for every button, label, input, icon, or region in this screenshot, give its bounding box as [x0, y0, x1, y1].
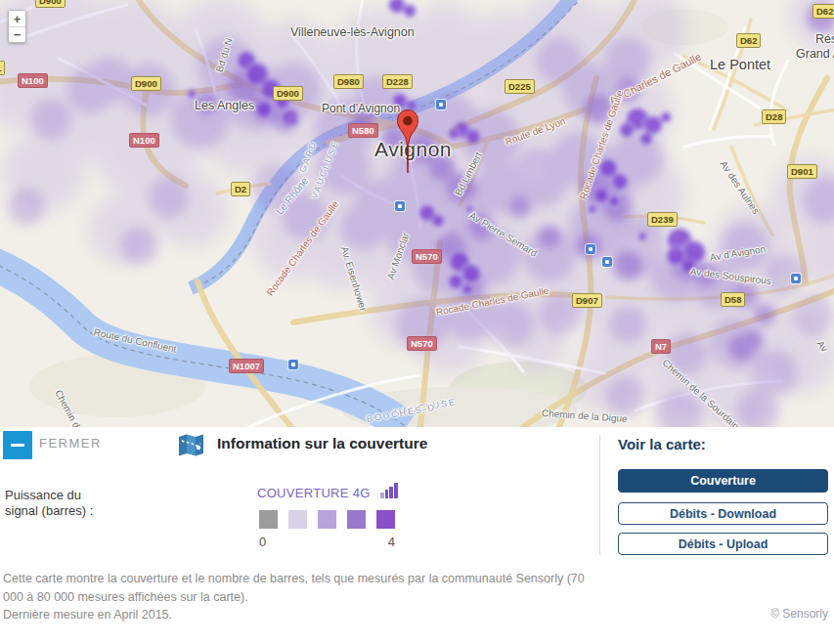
signal-bars-icon — [380, 482, 398, 498]
road-badge-d2: D2 — [231, 182, 250, 196]
town-label-res-partial: Rés — [815, 32, 834, 46]
last-measure-text: Dernière mesure en April 2015. — [3, 606, 604, 624]
road-badge-n570: N570 — [412, 249, 442, 264]
map-canvas[interactable]: Villeneuve-lès-Avignon Les Angles Avigno… — [0, 0, 834, 427]
town-label-villeneuve: Villeneuve-lès-Avignon — [290, 25, 415, 39]
coverage-info-panel: FERMER Information sur la couverture Pui… — [0, 427, 834, 644]
transit-poi-icon[interactable] — [791, 274, 801, 283]
sensorly-coverage-app: Villeneuve-lès-Avignon Les Angles Avigno… — [0, 0, 834, 644]
coverage-legend — [259, 510, 395, 529]
town-label-les-angles: Les Angles — [195, 99, 254, 112]
zoom-out-button[interactable]: − — [9, 26, 25, 42]
panel-title: Information sur la couverture — [217, 435, 427, 452]
road-badge-d901: D901 — [787, 164, 817, 179]
road-badge-d228: D228 — [382, 74, 413, 89]
transit-poi-icon[interactable] — [436, 100, 446, 109]
vertical-divider — [599, 435, 600, 555]
transit-poi-icon[interactable] — [288, 360, 298, 369]
legend-swatch-4 — [376, 510, 395, 529]
road-badge-d239: D239 — [647, 212, 678, 227]
collapse-panel-button[interactable] — [3, 431, 32, 459]
road-badge-d28: D28 — [762, 109, 786, 124]
label-pont-avignon: Pont d'Avignon — [322, 102, 400, 115]
zoom-in-button[interactable]: + — [9, 11, 25, 26]
transit-poi-icon[interactable] — [602, 257, 612, 267]
map-icon — [178, 433, 204, 461]
copyright-text: © Sensorly — [770, 607, 828, 621]
fermer-label[interactable]: FERMER — [39, 436, 102, 451]
map-type-button-debits-download[interactable]: Débits - Download — [618, 502, 828, 525]
road-badge-d980: D980 — [333, 74, 364, 89]
road-badge-d900: D900 — [273, 86, 303, 101]
map-marker-pin[interactable] — [396, 108, 419, 177]
legend-max: 4 — [388, 535, 395, 549]
legend-scale: 0 4 — [259, 535, 395, 549]
road-badge-n7: N7 — [651, 339, 671, 354]
coverage-4g-label: COUVERTURE 4G — [257, 486, 371, 500]
coverage-description: Cette carte montre la couverture et le n… — [3, 570, 604, 606]
minus-icon — [11, 444, 24, 447]
road-badge-n580: N580 — [348, 123, 378, 138]
road-badge-d62: D62 — [736, 33, 761, 48]
transit-poi-icon[interactable] — [586, 244, 595, 254]
town-label-le-pontet: Le Pontet — [710, 57, 770, 72]
road-badge-d225: D225 — [505, 79, 535, 94]
transit-poi-icon[interactable] — [395, 201, 405, 211]
legend-swatch-3 — [347, 510, 366, 529]
road-badge-d900-top: D900 — [35, 0, 66, 8]
sidebar-heading: Voir la carte: — [618, 436, 706, 452]
town-label-grand-a-partial: Grand A — [796, 47, 834, 61]
legend-swatch-0 — [259, 510, 278, 529]
legend-swatch-2 — [318, 510, 336, 529]
road-badge-d907: D907 — [572, 293, 602, 308]
road-badge-n1007: N1007 — [229, 359, 264, 373]
map-type-button-debits-upload[interactable]: Débits - Upload — [618, 533, 828, 555]
road-badge-n100: N100 — [129, 133, 159, 148]
signal-strength-label: Puissance du signal (barres) : — [5, 488, 93, 519]
legend-min: 0 — [259, 535, 266, 549]
map-type-button-couverture[interactable]: Couverture — [618, 469, 828, 493]
road-badge-d900: D900 — [131, 76, 161, 91]
legend-swatch-1 — [288, 510, 307, 529]
map-zoom-control: + − — [8, 10, 26, 43]
road-badge-n100: N100 — [18, 73, 48, 88]
road-badge-n570: N570 — [407, 336, 437, 351]
road-badge-d58: D58 — [721, 292, 745, 307]
road-badge-partial-1: 1 — [0, 61, 5, 75]
road-badge-d62: D62 — [812, 4, 834, 19]
